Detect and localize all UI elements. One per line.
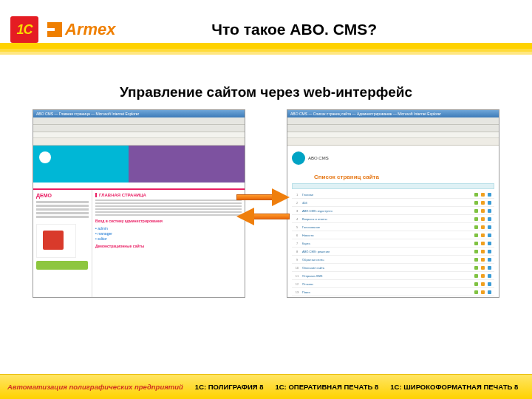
sidebar-demo-label: ДЕМО: [36, 193, 89, 198]
screenshot-frontend: ABO CMS — Главная страница — Microsoft I…: [33, 109, 245, 298]
table-row: 3ABO.CMS недоступен: [292, 207, 494, 215]
admin-product-name: ABO.CMS: [308, 156, 329, 160]
slide-header: 1C Armex Что такое ABO. CMS?: [0, 0, 532, 52]
slide-subtitle: Управление сайтом через web-интерфейс: [0, 84, 532, 100]
window-titlebar: ABO CMS — Список страниц сайта — Админис…: [287, 110, 499, 117]
product-box-image: [36, 224, 76, 258]
table-row: 5Голосование: [292, 223, 494, 231]
admin-logo-icon: [292, 151, 305, 165]
footer-product-2: 1С: ОПЕРАТИВНАЯ ПЕЧАТЬ 8: [275, 383, 378, 391]
browser-toolbar: [33, 125, 245, 132]
screenshot-row: ABO CMS — Главная страница — Microsoft I…: [0, 100, 532, 298]
browser-menubar: [33, 117, 245, 125]
screenshot-admin: ABO CMS — Список страниц сайта — Админис…: [287, 109, 499, 298]
browser-tabstrip: [287, 138, 499, 146]
footer-product-3: 1С: ШИРОКОФОРМАТНАЯ ПЕЧАТЬ 8: [390, 383, 518, 391]
footer-lead: Автоматизация полиграфических предприяти…: [7, 383, 183, 391]
site-hero-banner: [33, 146, 245, 183]
window-titlebar: ABO CMS — Главная страница — Microsoft I…: [33, 110, 245, 117]
table-row: 8ABO.CMS: решения: [292, 248, 494, 256]
table-row: 12Отзывы: [292, 280, 494, 288]
footer-product-1: 1С: ПОЛИГРАФИЯ 8: [195, 383, 264, 391]
browser-tabstrip: [33, 138, 245, 146]
browser-addressbar: [287, 132, 499, 138]
table-row: 2404: [292, 199, 494, 207]
browser-menubar: [287, 117, 499, 125]
table-row: 9Обратная связь: [292, 256, 494, 264]
page-heading: ГЛАВНАЯ СТРАНИЦА: [95, 193, 242, 197]
table-row: 6Новости: [292, 231, 494, 239]
table-row: 13Поиск: [292, 288, 494, 296]
admin-header: ABO.CMS: [287, 146, 499, 171]
pages-table: 1Главная24043ABO.CMS недоступен4Вопросы …: [287, 182, 499, 298]
browser-toolbar: [287, 125, 499, 132]
site-sidebar: ДЕМО: [33, 190, 92, 298]
logo-1c: 1C: [10, 16, 38, 43]
table-row: 4Вопросы и ответы: [292, 215, 494, 223]
slide-title: Что такое ABO. CMS?: [115, 21, 517, 38]
table-header-row: [292, 183, 494, 189]
slide-footer: Автоматизация полиграфических предприяти…: [0, 374, 532, 399]
site-main: ГЛАВНАЯ СТРАНИЦА Вход в систему админист…: [92, 190, 245, 298]
table-row: 7Карта: [292, 239, 494, 248]
header-stripes: [0, 43, 532, 55]
armex-glyph-icon: [47, 22, 62, 37]
table-row: 1Главная: [292, 191, 494, 199]
green-badge: [36, 261, 88, 270]
logo-armex: Armex: [47, 20, 115, 39]
section-demo-sites: Демонстрационные сайты: [95, 244, 242, 248]
logo-armex-text: Armex: [65, 20, 115, 39]
browser-addressbar: [33, 132, 245, 138]
table-row: 10Описание сайта: [292, 264, 494, 272]
table-row: 11Отправка SMS: [292, 272, 494, 280]
site-nav-tabs: [33, 183, 245, 190]
section-admin-login: Вход в систему администрирования: [95, 219, 242, 223]
admin-page-heading: Список страниц сайта: [287, 171, 499, 182]
